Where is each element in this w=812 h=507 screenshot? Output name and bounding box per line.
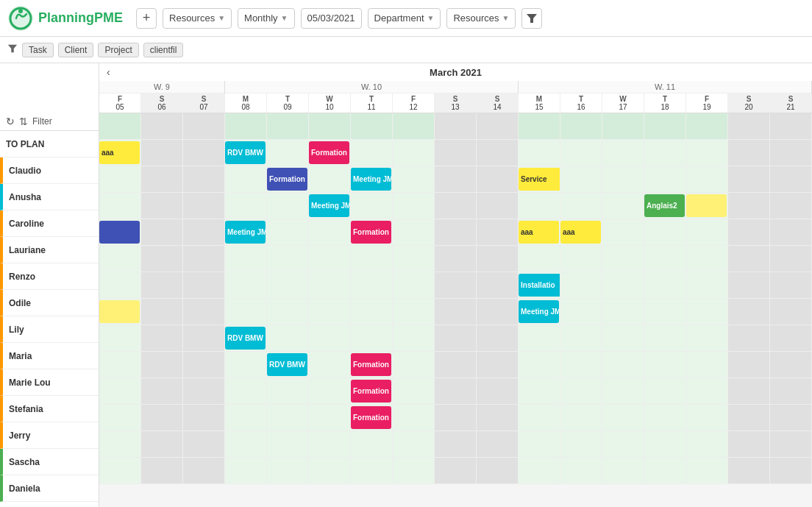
calendar-cell[interactable]: aaa: [99, 140, 141, 166]
calendar-cell[interactable]: [477, 299, 519, 325]
calendar-cell[interactable]: Service: [519, 166, 560, 192]
calendar-cell[interactable]: [267, 325, 309, 351]
calendar-cell[interactable]: [183, 458, 225, 483]
calendar-cell[interactable]: [225, 299, 267, 325]
calendar-cell[interactable]: Formation: [267, 166, 309, 192]
calendar-cell[interactable]: [99, 219, 141, 245]
calendar-cell[interactable]: [267, 431, 309, 457]
calendar-cell[interactable]: Anglais2: [644, 193, 686, 219]
calendar-cell[interactable]: [686, 325, 728, 351]
add-button[interactable]: +: [136, 8, 157, 29]
calendar-cell[interactable]: [393, 193, 435, 219]
calendar-cell[interactable]: [183, 272, 225, 298]
calendar-cell[interactable]: [770, 325, 812, 351]
calendar-cell[interactable]: [477, 113, 519, 139]
calendar-cell[interactable]: [686, 299, 728, 325]
calendar-cell[interactable]: [602, 325, 644, 351]
calendar-cell[interactable]: [183, 431, 225, 457]
calendar-cell[interactable]: [351, 299, 393, 325]
event-block[interactable]: Formation: [351, 353, 391, 376]
calendar-cell[interactable]: [560, 140, 602, 166]
calendar-cell[interactable]: [686, 193, 728, 219]
calendar-cell[interactable]: Formation: [351, 405, 393, 430]
calendar-cell[interactable]: [644, 352, 686, 377]
calendar-cell[interactable]: [477, 405, 519, 430]
calendar-cell[interactable]: [560, 246, 602, 272]
calendar-cell[interactable]: [267, 405, 309, 430]
calendar-cell[interactable]: [183, 140, 225, 166]
calendar-cell[interactable]: [393, 166, 435, 192]
calendar-cell[interactable]: [309, 272, 351, 298]
event-block[interactable]: Formation: [351, 380, 391, 403]
event-block[interactable]: Formation: [267, 168, 307, 191]
calendar-cell[interactable]: [770, 113, 812, 139]
calendar-cell[interactable]: [435, 378, 477, 404]
calendar-cell[interactable]: RDV BMW: [225, 325, 267, 351]
calendar-cell[interactable]: [477, 378, 519, 404]
calendar-cell[interactable]: [99, 246, 141, 272]
calendar-cell[interactable]: [267, 458, 309, 483]
calendar-cell[interactable]: [267, 193, 309, 219]
calendar-cell[interactable]: [728, 352, 770, 377]
calendar-cell[interactable]: [644, 219, 686, 245]
calendar-cell[interactable]: [602, 352, 644, 377]
calendar-cell[interactable]: [686, 378, 728, 404]
calendar-cell[interactable]: [351, 246, 393, 272]
calendar-cell[interactable]: [519, 246, 560, 272]
calendar-cell[interactable]: [435, 325, 477, 351]
calendar-cell[interactable]: [770, 272, 812, 298]
calendar-cell[interactable]: [728, 219, 770, 245]
calendar-cell[interactable]: [602, 299, 644, 325]
calendar-cell[interactable]: [267, 246, 309, 272]
filter-button[interactable]: [521, 8, 542, 29]
calendar-cell[interactable]: [183, 219, 225, 245]
calendar-cell[interactable]: [477, 431, 519, 457]
calendar-cell[interactable]: [435, 140, 477, 166]
calendar-cell[interactable]: [644, 405, 686, 430]
calendar-cell[interactable]: [770, 431, 812, 457]
event-block[interactable]: Installatio: [519, 274, 560, 297]
calendar-cell[interactable]: [728, 299, 770, 325]
calendar-cell[interactable]: [477, 193, 519, 219]
calendar-cell[interactable]: [728, 246, 770, 272]
calendar-cell[interactable]: [477, 352, 519, 377]
calendar-cell[interactable]: [519, 431, 560, 457]
calendar-cell[interactable]: [225, 113, 267, 139]
calendar-cell[interactable]: aaa: [560, 219, 602, 245]
calendar-cell[interactable]: [728, 431, 770, 457]
event-block[interactable]: [686, 194, 727, 217]
calendar-cell[interactable]: [686, 246, 728, 272]
calendar-cell[interactable]: [602, 219, 644, 245]
calendar-cell[interactable]: [644, 113, 686, 139]
calendar-cell[interactable]: [560, 378, 602, 404]
calendar-cell[interactable]: [225, 458, 267, 483]
calendar-cell[interactable]: [225, 352, 267, 377]
calendar-cell[interactable]: Formation: [351, 219, 393, 245]
calendar-cell[interactable]: [728, 405, 770, 430]
calendar-cell[interactable]: [728, 166, 770, 192]
event-block[interactable]: Formation: [309, 141, 349, 164]
calendar-cell[interactable]: [770, 405, 812, 430]
calendar-cell[interactable]: [183, 299, 225, 325]
calendar-cell[interactable]: [435, 219, 477, 245]
calendar-cell[interactable]: Meeting JMC: [309, 193, 351, 219]
calendar-cell[interactable]: [602, 378, 644, 404]
event-block[interactable]: Formation: [351, 221, 391, 244]
calendar-cell[interactable]: [770, 166, 812, 192]
calendar-cell[interactable]: [560, 352, 602, 377]
calendar-cell[interactable]: [477, 325, 519, 351]
calendar-cell[interactable]: aaa: [519, 219, 560, 245]
calendar-cell[interactable]: [393, 246, 435, 272]
calendar-cell[interactable]: [309, 405, 351, 430]
calendar-cell[interactable]: [728, 193, 770, 219]
calendar-cell[interactable]: [141, 378, 183, 404]
calendar-cell[interactable]: [770, 352, 812, 377]
calendar-cell[interactable]: [602, 166, 644, 192]
calendar-cell[interactable]: [141, 405, 183, 430]
calendar-cell[interactable]: [560, 299, 602, 325]
event-block[interactable]: Meeting JMC: [351, 168, 391, 191]
calendar-cell[interactable]: [770, 193, 812, 219]
calendar-cell[interactable]: [728, 325, 770, 351]
calendar-cell[interactable]: [99, 405, 141, 430]
filter-tag-clientfil[interactable]: clientfil: [143, 43, 184, 57]
